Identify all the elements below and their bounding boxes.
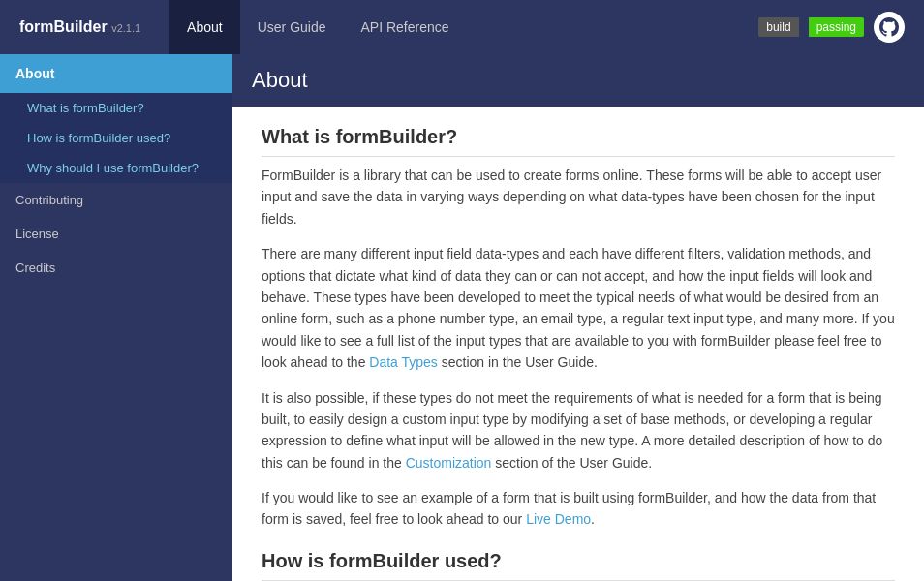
para-what-is-4: If you would like to see an example of a…	[262, 487, 895, 531]
customization-link[interactable]: Customization	[406, 455, 492, 471]
logo: formBuilder v2.1.1	[19, 18, 140, 36]
sidebar-section-about: About What is formBuilder? How is formBu…	[0, 54, 232, 183]
build-badge: build	[758, 17, 798, 37]
main-nav: About User Guide API Reference	[169, 0, 739, 54]
sidebar-item-what-is[interactable]: What is formBuilder?	[0, 93, 232, 123]
sidebar-link-credits[interactable]: Credits	[0, 251, 232, 285]
logo-version: v2.1.1	[111, 22, 140, 34]
sidebar-heading-about[interactable]: About	[0, 54, 232, 93]
github-icon[interactable]	[874, 12, 905, 43]
para-what-is-1: FormBuilder is a library that can be use…	[262, 165, 895, 229]
sidebar-link-contributing[interactable]: Contributing	[0, 183, 232, 217]
sidebar-item-why-should[interactable]: Why should I use formBuilder?	[0, 153, 232, 183]
data-types-link[interactable]: Data Types	[369, 354, 438, 370]
passing-badge: passing	[809, 17, 864, 37]
section-heading-what-is: What is formBuilder?	[262, 126, 895, 157]
header-right: buildpassing	[758, 12, 905, 43]
logo-text: formBuilder	[19, 18, 108, 35]
sidebar: About What is formBuilder? How is formBu…	[0, 54, 232, 581]
live-demo-link[interactable]: Live Demo	[526, 511, 591, 527]
header: formBuilder v2.1.1 About User Guide API …	[0, 0, 924, 54]
nav-about[interactable]: About	[169, 0, 240, 54]
page-title: About	[232, 54, 924, 107]
nav-api-reference[interactable]: API Reference	[344, 0, 467, 54]
section-heading-how-is: How is formBuilder used?	[262, 550, 895, 581]
nav-user-guide[interactable]: User Guide	[240, 0, 344, 54]
sidebar-link-license[interactable]: License	[0, 217, 232, 251]
para-what-is-3: It is also possible, if these types do n…	[262, 387, 895, 474]
para-what-is-2: There are many different input field dat…	[262, 243, 895, 373]
body-layout: About What is formBuilder? How is formBu…	[0, 54, 924, 581]
main-content: About What is formBuilder? FormBuilder i…	[232, 54, 924, 581]
sidebar-item-how-is[interactable]: How is formBuilder used?	[0, 123, 232, 153]
